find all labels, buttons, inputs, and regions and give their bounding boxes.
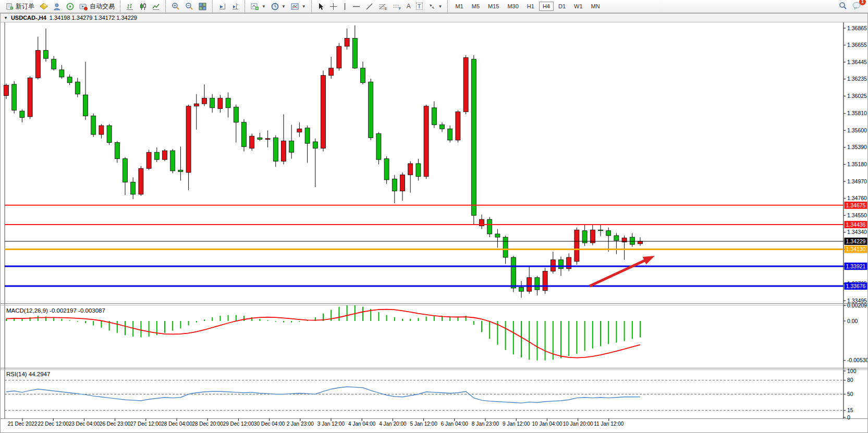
candlestick-icon [139, 3, 147, 10]
signal-icon [66, 3, 74, 10]
timeframe-button-h1[interactable]: H1 [523, 2, 538, 11]
candle-body [52, 59, 56, 69]
candle-body [559, 260, 564, 269]
rsi-tick-label: 80 [847, 377, 853, 383]
time-tick-label: 23 Dec 04:00 [69, 421, 100, 427]
candle-body [456, 112, 460, 140]
timeframe-button-m30[interactable]: M30 [504, 2, 522, 11]
candle-body [35, 51, 40, 78]
time-tick-label: 10 Jan 04:00 [532, 421, 562, 427]
time-tick-label: 22 Dec 12:00 [38, 421, 69, 427]
candle-body [376, 134, 381, 160]
vline-tool-button[interactable] [340, 1, 350, 12]
channel-icon: F [393, 3, 401, 10]
add-indicator-button[interactable]: ▼ [248, 1, 268, 12]
time-tick-label: 11 Jan 12:00 [594, 421, 624, 427]
bar-chart-mode-button[interactable] [124, 1, 137, 12]
timeframe-button-m15[interactable]: M15 [484, 2, 503, 11]
chart-plot-area[interactable]: 1.368651.366551.364451.362351.360251.358… [1, 22, 867, 429]
candle-body [123, 159, 128, 182]
candle-body [567, 257, 571, 269]
candle-body [416, 164, 421, 177]
line-chart-mode-button[interactable] [150, 1, 163, 12]
chat-button[interactable]: 1 [852, 2, 862, 11]
candle-body [329, 68, 334, 76]
auto-trading-button[interactable]: 自动交易 [77, 1, 117, 13]
arrows-caret: ▼ [438, 4, 443, 9]
main-toolbar: 新订单 自动交易 [0, 0, 868, 13]
time-tick-label: 21 Dec 2022 [8, 421, 38, 427]
text-tool-button[interactable]: A [404, 1, 413, 11]
candle-body [297, 129, 302, 132]
timeframe-button-m5[interactable]: M5 [468, 2, 483, 11]
zoom-in-button[interactable] [169, 1, 182, 12]
timeframe-button-mn[interactable]: MN [588, 2, 604, 11]
candle-body [471, 59, 476, 216]
macd-tick-label: 0.002091 [847, 302, 867, 308]
zoom-out-icon [185, 2, 193, 10]
candle-body [154, 152, 159, 159]
channel-tool-button[interactable]: F [390, 1, 404, 12]
candle-body [273, 138, 278, 161]
candle-body [424, 106, 429, 177]
time-tick-label: 28 Dec 20:00 [192, 421, 223, 427]
period-caret: ▼ [282, 4, 286, 9]
price-tick-label: 1.36865 [847, 25, 867, 31]
label-tool-button[interactable]: T [413, 1, 425, 11]
price-tick-label: 1.36445 [847, 59, 867, 65]
cursor-tool-button[interactable] [315, 1, 327, 12]
candle-body [384, 159, 389, 180]
time-tick-label: 3 Jan 12:00 [317, 421, 345, 427]
candle-body [170, 151, 175, 171]
candle-body [448, 129, 453, 140]
candle-body [210, 98, 215, 108]
candle-body [265, 139, 270, 140]
tile-windows-button[interactable] [196, 1, 210, 12]
candle-body [511, 257, 516, 288]
period-button[interactable]: ▼ [268, 1, 288, 12]
auto-scroll-button[interactable] [216, 1, 229, 12]
fibonacci-tool-button[interactable]: E [376, 1, 390, 12]
price-tick-label: 1.34340 [847, 229, 867, 235]
indicators-button[interactable] [37, 1, 51, 12]
search-icon[interactable] [839, 2, 847, 11]
mql-signal-button[interactable] [64, 1, 77, 12]
macd-label: MACD(12,26,9) -0.002197 -0.003087 [6, 307, 105, 314]
rsi-label: RSI(14) 44.2947 [6, 371, 50, 377]
template-button[interactable]: ▼ [288, 1, 309, 12]
rsi-tick-label: 100 [847, 368, 857, 374]
candle-body [131, 182, 136, 194]
add-indicator-caret: ▼ [262, 4, 266, 9]
collapse-triangle-icon: ▼ [4, 16, 8, 20]
chart-window: ▼ USDCAD-,H4 1.34198 1.34279 1.34172 1.3… [0, 13, 868, 433]
time-tick-label: 8 Jan 23:00 [472, 421, 499, 427]
candle-body [99, 126, 104, 134]
timeframe-button-h4[interactable]: H4 [539, 2, 554, 11]
chart-title-bar[interactable]: ▼ USDCAD-,H4 1.34198 1.34279 1.34172 1.3… [1, 14, 867, 22]
timeframe-button-d1[interactable]: D1 [555, 2, 569, 11]
template-icon [291, 3, 299, 10]
timeframe-button-w1[interactable]: W1 [570, 2, 586, 11]
chart-shift-button[interactable] [229, 1, 242, 12]
zoom-out-button[interactable] [182, 1, 196, 12]
cursor-icon [317, 3, 324, 10]
hline-tool-button[interactable] [350, 3, 363, 10]
community-button[interactable] [51, 1, 64, 12]
timeframe-button-m1[interactable]: M1 [451, 2, 467, 11]
candle-body [20, 111, 25, 117]
crosshair-tool-button[interactable] [327, 1, 340, 12]
trendline-tool-button[interactable] [363, 1, 376, 12]
price-tick-label: 1.35390 [847, 144, 867, 150]
timeframe-group: M1M5M15M30H1H4D1W1MN [447, 0, 605, 13]
horizontal-line-icon [352, 4, 360, 9]
candle-body [115, 143, 119, 159]
candle-body [258, 138, 262, 139]
candlestick-mode-button[interactable] [137, 1, 150, 12]
time-tick-label: 2 Jan 23:00 [287, 421, 314, 427]
price-badge-label: 1.34675 [846, 202, 866, 208]
candle-body [202, 98, 207, 104]
arrows-tool-button[interactable]: ▼ [425, 1, 445, 12]
candle-body [495, 234, 500, 237]
new-order-button[interactable]: 新订单 [4, 1, 37, 13]
price-badge-label: 1.33921 [846, 263, 866, 269]
